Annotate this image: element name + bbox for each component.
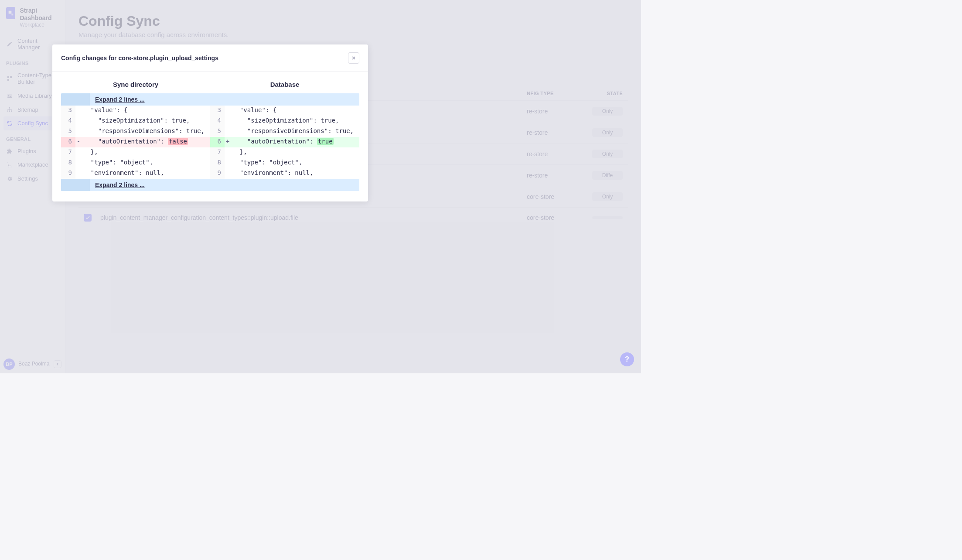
diff-viewer: Expand 2 lines ... 3 "value": { 3 "value… [61,93,359,191]
code-left: "sizeOptimization": true, [82,116,210,126]
diff-right-label: Database [210,81,359,88]
diff-sign: + [225,137,231,147]
diff-sign [225,158,231,168]
code-left: }, [82,147,210,158]
line-number: 7 [210,147,225,158]
modal-overlay[interactable]: Config changes for core-store.plugin_upl… [0,0,641,373]
line-number: 6 [61,137,75,147]
expand-bottom[interactable]: Expand 2 lines ... [61,179,359,191]
modal-title: Config changes for core-store.plugin_upl… [61,55,218,61]
code-left: "autoOrientation": false [82,137,210,147]
line-number: 7 [61,147,75,158]
diff-line: 7 }, 7 }, [61,147,359,158]
diff-sign [75,168,82,179]
help-button[interactable]: ? [620,352,634,366]
diff-sign [225,106,231,116]
diff-line: 6 - "autoOrientation": false 6 + "autoOr… [61,137,359,147]
diff-sign: - [75,137,82,147]
code-left: "responsiveDimensions": true, [82,126,210,137]
diff-line: 5 "responsiveDimensions": true, 5 "respo… [61,126,359,137]
diff-line: 9 "environment": null, 9 "environment": … [61,168,359,179]
diff-sign [225,126,231,137]
code-right: }, [231,147,359,158]
diff-sign [75,116,82,126]
code-right: "autoOrientation": true [231,137,359,147]
diff-columns-header: Sync directory Database [61,81,359,88]
diff-sign [75,106,82,116]
line-number: 5 [210,126,225,137]
line-number: 3 [210,106,225,116]
code-left: "environment": null, [82,168,210,179]
modal-header: Config changes for core-store.plugin_upl… [52,44,368,72]
line-number: 6 [210,137,225,147]
diff-left-label: Sync directory [61,81,210,88]
diff-sign [75,158,82,168]
code-right: "sizeOptimization": true, [231,116,359,126]
diff-sign [75,147,82,158]
code-left: "type": "object", [82,158,210,168]
diff-modal: Config changes for core-store.plugin_upl… [52,44,368,201]
code-right: "type": "object", [231,158,359,168]
diff-sign [225,116,231,126]
line-number: 4 [61,116,75,126]
line-number: 8 [210,158,225,168]
close-icon [351,55,356,61]
line-number: 3 [61,106,75,116]
expand-top[interactable]: Expand 2 lines ... [61,93,359,106]
diff-sign [225,168,231,179]
code-left: "value": { [82,106,210,116]
line-number: 8 [61,158,75,168]
diff-line: 3 "value": { 3 "value": { [61,106,359,116]
diff-line: 8 "type": "object", 8 "type": "object", [61,158,359,168]
diff-sign [225,147,231,158]
line-number: 4 [210,116,225,126]
close-button[interactable] [348,52,359,64]
code-right: "responsiveDimensions": true, [231,126,359,137]
line-number: 9 [210,168,225,179]
diff-line: 4 "sizeOptimization": true, 4 "sizeOptim… [61,116,359,126]
code-right: "value": { [231,106,359,116]
diff-sign [75,126,82,137]
line-number: 9 [61,168,75,179]
line-number: 5 [61,126,75,137]
code-right: "environment": null, [231,168,359,179]
